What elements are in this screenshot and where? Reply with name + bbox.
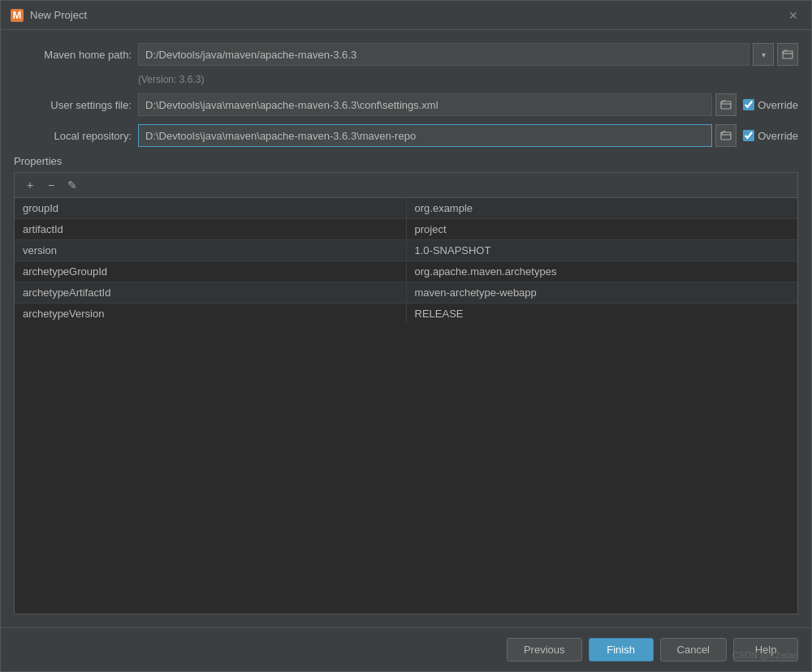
version-text: (Version: 3.6.3): [138, 74, 798, 85]
property-name: archetypeArtifactId: [15, 282, 406, 304]
property-value: maven-archetype-webapp: [406, 282, 797, 304]
local-repo-override-label: Override: [758, 130, 798, 142]
local-repo-override-checkbox[interactable]: [743, 130, 754, 141]
maven-home-row: Maven home path: ▾: [14, 43, 798, 66]
property-name: archetypeVersion: [15, 304, 406, 325]
maven-home-input[interactable]: [138, 43, 749, 66]
user-settings-label: User settings file:: [14, 99, 132, 111]
svg-rect-4: [721, 132, 731, 140]
table-row[interactable]: version1.0-SNAPSHOT: [15, 240, 797, 261]
user-settings-override-checkbox[interactable]: [743, 99, 754, 110]
maven-home-browse-button[interactable]: [777, 43, 798, 66]
property-value: org.example: [406, 198, 797, 219]
maven-home-input-container: ▾: [138, 43, 798, 66]
local-repo-input[interactable]: [138, 124, 712, 147]
property-value: project: [406, 219, 797, 240]
properties-section: Properties + − ✎ groupIdorg.exampleartif…: [14, 155, 798, 614]
table-row[interactable]: archetypeVersionRELEASE: [15, 304, 797, 325]
property-value: org.apache.maven.archetypes: [406, 261, 797, 282]
dialog-content: Maven home path: ▾ (Version: 3.6.3) User…: [1, 30, 811, 627]
maven-home-label: Maven home path:: [14, 49, 132, 61]
title-bar-left: M New Project: [11, 9, 87, 22]
svg-text:M: M: [13, 10, 22, 21]
table-row[interactable]: artifactIdproject: [15, 219, 797, 240]
add-property-button[interactable]: +: [21, 176, 39, 194]
svg-rect-2: [783, 51, 793, 58]
local-repo-row: Local repository: Override: [14, 124, 798, 147]
property-name: archetypeGroupId: [15, 261, 406, 282]
maven-home-dropdown-button[interactable]: ▾: [753, 43, 774, 66]
user-settings-row: User settings file: Override: [14, 93, 798, 116]
properties-table-wrapper: groupIdorg.exampleartifactIdprojectversi…: [15, 198, 797, 614]
local-repo-label: Local repository:: [14, 130, 132, 142]
local-repo-browse-button[interactable]: [715, 124, 736, 147]
edit-property-button[interactable]: ✎: [63, 176, 81, 194]
title-bar: M New Project ✕: [1, 1, 811, 30]
new-project-dialog: M New Project ✕ Maven home path: ▾: [0, 0, 812, 672]
previous-button[interactable]: Previous: [507, 638, 582, 661]
user-settings-override-label: Override: [758, 99, 798, 111]
user-settings-input[interactable]: [138, 93, 712, 116]
user-settings-override-container: Override: [743, 99, 798, 111]
property-name: version: [15, 240, 406, 261]
properties-toolbar: + − ✎: [15, 173, 797, 198]
table-row[interactable]: groupIdorg.example: [15, 198, 797, 219]
cancel-button[interactable]: Cancel: [660, 638, 727, 661]
property-name: artifactId: [15, 219, 406, 240]
properties-table: groupIdorg.exampleartifactIdprojectversi…: [15, 198, 797, 324]
table-row[interactable]: archetypeGroupIdorg.apache.maven.archety…: [15, 261, 797, 282]
finish-button[interactable]: Finish: [589, 638, 654, 661]
dialog-title: New Project: [30, 9, 87, 21]
user-settings-browse-button[interactable]: [715, 93, 736, 116]
properties-section-label: Properties: [14, 155, 798, 167]
local-repo-input-container: [138, 124, 736, 147]
dialog-footer: Previous Finish Cancel Help: [1, 627, 811, 671]
local-repo-override-container: Override: [743, 130, 798, 142]
property-value: RELEASE: [406, 304, 797, 325]
property-name: groupId: [15, 198, 406, 219]
svg-rect-3: [721, 101, 731, 109]
close-button[interactable]: ✕: [785, 7, 801, 24]
remove-property-button[interactable]: −: [42, 176, 60, 194]
properties-panel: + − ✎ groupIdorg.exampleartifactIdprojec…: [14, 172, 798, 614]
watermark: CSDN @CZetao: [732, 650, 798, 660]
table-row[interactable]: archetypeArtifactIdmaven-archetype-webap…: [15, 282, 797, 304]
property-value: 1.0-SNAPSHOT: [406, 240, 797, 261]
user-settings-input-container: [138, 93, 736, 116]
app-icon: M: [11, 9, 24, 22]
